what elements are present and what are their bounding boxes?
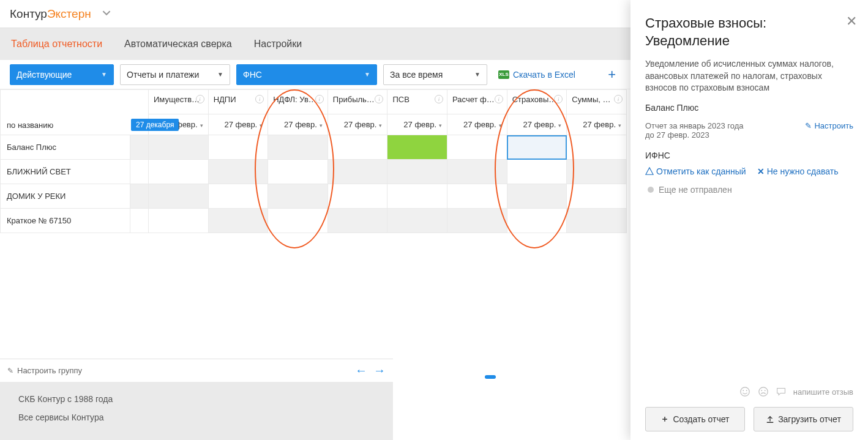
sad-icon[interactable] (758, 386, 769, 397)
cell[interactable] (567, 209, 627, 233)
info-icon[interactable]: i (375, 95, 383, 103)
org-name-cell[interactable]: Баланс Плюс (1, 135, 130, 160)
cell[interactable] (507, 209, 567, 233)
cell[interactable] (447, 135, 507, 160)
info-icon[interactable]: i (255, 95, 264, 103)
cell[interactable] (208, 209, 268, 233)
cell[interactable] (567, 160, 627, 184)
col-date-5[interactable]: 27 февр.▾ (387, 114, 447, 135)
info-icon[interactable]: i (196, 95, 204, 103)
col-header-property[interactable]: Имуществ…i (149, 90, 209, 114)
panel-description: Уведомление об исчисленных суммах налого… (645, 58, 853, 94)
cell[interactable] (268, 209, 328, 233)
footer-line-2[interactable]: Все сервисы Контура (18, 412, 375, 422)
cell[interactable] (327, 135, 387, 160)
cell[interactable] (130, 135, 149, 160)
info-icon[interactable]: i (614, 95, 623, 103)
cell-green[interactable] (387, 135, 447, 160)
comment-icon[interactable] (776, 387, 786, 397)
chevron-down-icon: ▼ (474, 71, 481, 78)
info-icon[interactable]: i (554, 95, 563, 103)
cell[interactable] (387, 184, 447, 209)
cell[interactable] (327, 184, 387, 209)
arrow-left-icon[interactable]: ← (355, 364, 367, 378)
product-switcher[interactable] (102, 9, 111, 19)
configure-group-label: Настроить группу (17, 366, 82, 375)
col-header-psv[interactable]: ПСВi (387, 90, 447, 114)
col-date-4[interactable]: 27 февр.▾ (327, 114, 387, 135)
panel-period-line1: Отчет за январь 2023 года (645, 121, 744, 130)
col-date-3[interactable]: 27 февр.▾ (268, 114, 328, 135)
col-header-ndpi[interactable]: НДПИi (208, 90, 268, 114)
download-excel-link[interactable]: XLS Скачать в Excel (498, 70, 575, 80)
cell[interactable] (447, 209, 507, 233)
table-row: БЛИЖНИЙ СВЕТ (1, 160, 627, 184)
info-icon[interactable]: i (495, 95, 503, 103)
not-required-label: Не нужно сдавать (767, 166, 839, 176)
cell[interactable] (149, 184, 209, 209)
cell[interactable] (130, 160, 149, 184)
org-name-cell[interactable]: ДОМИК У РЕКИ (1, 184, 130, 209)
smile-icon[interactable] (739, 386, 750, 397)
cell[interactable] (447, 160, 507, 184)
cell[interactable] (507, 184, 567, 209)
filter-type[interactable]: Отчеты и платежи▼ (120, 64, 230, 85)
col-header-sums[interactable]: Суммы, …i (567, 90, 627, 114)
cell[interactable] (149, 160, 209, 184)
cell[interactable] (208, 184, 268, 209)
col-header-profit[interactable]: Прибыль…i (327, 90, 387, 114)
cell[interactable] (447, 184, 507, 209)
arrow-right-icon[interactable]: → (373, 364, 386, 378)
panel-configure-link[interactable]: ✎ Настроить (805, 121, 853, 130)
filter-authority[interactable]: ФНС▼ (236, 64, 377, 85)
configure-group-link[interactable]: Настроить группу (7, 366, 82, 375)
col-date-6[interactable]: 27 февр.▾ (447, 114, 507, 135)
svg-point-5 (765, 390, 766, 391)
feedback-row: напишите отзыв (739, 386, 853, 397)
col-date-8[interactable]: 27 февр.▾ (567, 114, 627, 135)
mark-as-submitted-link[interactable]: Отметить как сданный (645, 166, 746, 176)
cell[interactable] (208, 135, 268, 160)
cell[interactable] (130, 184, 149, 209)
col-header-ndfl[interactable]: НДФЛ: Ув…i (268, 90, 328, 114)
cell[interactable] (567, 135, 627, 160)
svg-point-2 (746, 390, 747, 391)
filter-status[interactable]: Действующие▼ (10, 64, 114, 85)
col-date-2[interactable]: 27 февр.▾ (208, 114, 268, 135)
not-required-link[interactable]: ✕ Не нужно сдавать (757, 166, 839, 176)
tab-settings[interactable]: Настройки (254, 39, 302, 50)
org-name-cell[interactable]: БЛИЖНИЙ СВЕТ (1, 160, 130, 184)
scroll-indicator[interactable] (485, 375, 496, 379)
add-button[interactable]: + (603, 67, 621, 83)
cell[interactable] (567, 184, 627, 209)
cell[interactable] (268, 135, 328, 160)
cell[interactable] (149, 209, 209, 233)
cell[interactable] (149, 135, 209, 160)
cell[interactable] (507, 160, 567, 184)
tab-auto-reconciliation[interactable]: Автоматическая сверка (124, 39, 232, 50)
info-icon[interactable]: i (315, 95, 324, 103)
create-report-button[interactable]: ＋ Создать отчет (645, 407, 745, 431)
cell[interactable] (268, 184, 328, 209)
tab-reports-table[interactable]: Таблица отчетности (11, 39, 102, 50)
plus-icon: ＋ (660, 414, 669, 425)
logo-part2: Экстерн (47, 7, 91, 20)
cell[interactable] (327, 209, 387, 233)
cell[interactable] (208, 160, 268, 184)
feedback-link[interactable]: напишите отзыв (793, 387, 853, 397)
cell[interactable] (327, 160, 387, 184)
close-button[interactable]: ✕ (846, 13, 857, 29)
cell[interactable] (130, 209, 149, 233)
col-header-calc[interactable]: Расчет ф…i (447, 90, 507, 114)
reports-table: по названию ▾ Имуществ…i НДПИi НДФЛ: Ув…… (0, 89, 627, 233)
col-date-7[interactable]: 27 февр.▾ (507, 114, 567, 135)
upload-report-button[interactable]: Загрузить отчет (754, 407, 853, 431)
cell-selected[interactable] (507, 135, 567, 160)
cell[interactable] (387, 160, 447, 184)
org-name-cell[interactable]: Краткое № 67150 (1, 209, 130, 233)
info-icon[interactable]: i (435, 95, 443, 103)
col-header-insurance[interactable]: Страховы…i (507, 90, 567, 114)
filter-period[interactable]: За все время▼ (383, 64, 487, 85)
cell[interactable] (268, 160, 328, 184)
cell[interactable] (387, 209, 447, 233)
